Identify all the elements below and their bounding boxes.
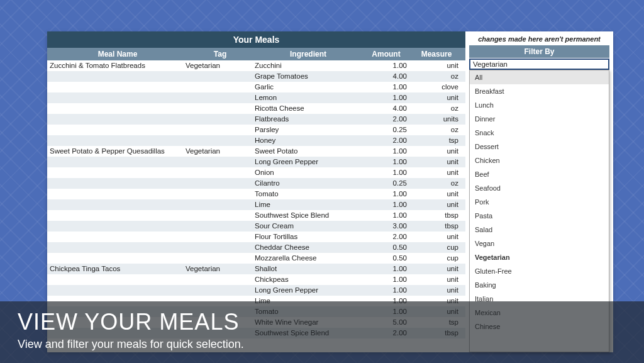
cell-measure[interactable]: unit bbox=[411, 232, 462, 242]
table-row[interactable]: Grape Tomatoes4.00oz bbox=[47, 71, 465, 82]
cell-amount[interactable]: 1.00 bbox=[362, 167, 411, 178]
filter-option[interactable]: Breakfast bbox=[470, 84, 609, 98]
cell-ingredient[interactable]: Mozzarella Cheese bbox=[255, 253, 362, 264]
filter-option[interactable]: Beef bbox=[470, 167, 609, 181]
cell-amount[interactable]: 1.00 bbox=[362, 264, 411, 274]
cell-tag[interactable] bbox=[186, 103, 255, 114]
cell-measure[interactable]: oz bbox=[411, 178, 462, 189]
cell-meal[interactable] bbox=[47, 114, 186, 125]
cell-ingredient[interactable]: Ricotta Cheese bbox=[255, 103, 362, 114]
cell-meal[interactable]: Chickpea Tinga Tacos bbox=[47, 264, 186, 274]
cell-tag[interactable] bbox=[186, 221, 255, 232]
cell-measure[interactable]: unit bbox=[411, 146, 462, 157]
table-row[interactable]: Chickpea Tinga TacosVegetarianShallot1.0… bbox=[47, 264, 465, 274]
cell-meal[interactable] bbox=[47, 189, 186, 199]
cell-meal[interactable] bbox=[47, 221, 186, 232]
cell-amount[interactable]: 2.00 bbox=[362, 135, 411, 146]
filter-option[interactable]: Vegan bbox=[470, 237, 609, 250]
cell-measure[interactable]: clove bbox=[411, 82, 462, 92]
cell-meal[interactable] bbox=[47, 242, 186, 253]
cell-tag[interactable]: Vegetarian bbox=[186, 264, 255, 274]
filter-option[interactable]: Dessert bbox=[470, 140, 609, 154]
cell-ingredient[interactable]: Honey bbox=[255, 135, 362, 146]
cell-amount[interactable]: 1.00 bbox=[362, 60, 411, 71]
cell-ingredient[interactable]: Grape Tomatoes bbox=[255, 71, 362, 82]
table-row[interactable]: Tomato1.00unit bbox=[47, 189, 465, 199]
filter-option[interactable]: Dinner bbox=[470, 112, 609, 126]
cell-ingredient[interactable]: Cheddar Cheese bbox=[255, 242, 362, 253]
cell-meal[interactable] bbox=[47, 232, 186, 242]
table-row[interactable]: Flatbreads2.00units bbox=[47, 114, 465, 125]
cell-amount[interactable]: 1.00 bbox=[362, 199, 411, 210]
table-row[interactable]: Long Green Pepper1.00unit bbox=[47, 285, 465, 296]
cell-meal[interactable] bbox=[47, 82, 186, 92]
cell-tag[interactable] bbox=[186, 125, 255, 135]
cell-amount[interactable]: 0.25 bbox=[362, 178, 411, 189]
cell-meal[interactable]: Sweet Potato & Pepper Quesadillas bbox=[47, 146, 186, 157]
table-row[interactable]: Honey2.00tsp bbox=[47, 135, 465, 146]
cell-meal[interactable] bbox=[47, 253, 186, 264]
cell-measure[interactable]: unit bbox=[411, 60, 462, 71]
cell-amount[interactable]: 3.00 bbox=[362, 221, 411, 232]
cell-tag[interactable]: Vegetarian bbox=[186, 60, 255, 71]
cell-meal[interactable] bbox=[47, 92, 186, 103]
cell-ingredient[interactable]: Long Green Pepper bbox=[255, 285, 362, 296]
cell-ingredient[interactable]: Zucchini bbox=[255, 60, 362, 71]
cell-amount[interactable]: 1.00 bbox=[362, 157, 411, 167]
table-row[interactable]: Southwest Spice Blend1.00tbsp bbox=[47, 210, 465, 221]
cell-amount[interactable]: 0.50 bbox=[362, 253, 411, 264]
cell-tag[interactable] bbox=[186, 199, 255, 210]
cell-tag[interactable]: Vegetarian bbox=[186, 146, 255, 157]
cell-tag[interactable] bbox=[186, 157, 255, 167]
cell-measure[interactable]: tbsp bbox=[411, 210, 462, 221]
filter-option[interactable]: All bbox=[470, 70, 609, 84]
cell-ingredient[interactable]: Tomato bbox=[255, 189, 362, 199]
cell-amount[interactable]: 4.00 bbox=[362, 103, 411, 114]
cell-measure[interactable]: cup bbox=[411, 253, 462, 264]
cell-tag[interactable] bbox=[186, 135, 255, 146]
cell-amount[interactable]: 0.50 bbox=[362, 242, 411, 253]
table-row[interactable]: Parsley0.25oz bbox=[47, 125, 465, 135]
table-row[interactable]: Cheddar Cheese0.50cup bbox=[47, 242, 465, 253]
cell-tag[interactable] bbox=[186, 210, 255, 221]
cell-ingredient[interactable]: Onion bbox=[255, 167, 362, 178]
cell-ingredient[interactable]: Sour Cream bbox=[255, 221, 362, 232]
cell-amount[interactable]: 1.00 bbox=[362, 92, 411, 103]
table-row[interactable]: Zucchini & Tomato FlatbreadsVegetarianZu… bbox=[47, 60, 465, 71]
cell-tag[interactable] bbox=[186, 189, 255, 199]
cell-meal[interactable] bbox=[47, 157, 186, 167]
cell-amount[interactable]: 1.00 bbox=[362, 82, 411, 92]
cell-amount[interactable]: 0.25 bbox=[362, 125, 411, 135]
table-row[interactable]: Lime1.00unit bbox=[47, 199, 465, 210]
filter-option[interactable]: Baking bbox=[470, 278, 609, 292]
cell-ingredient[interactable]: Parsley bbox=[255, 125, 362, 135]
cell-ingredient[interactable]: Sweet Potato bbox=[255, 146, 362, 157]
cell-ingredient[interactable]: Southwest Spice Blend bbox=[255, 210, 362, 221]
cell-tag[interactable] bbox=[186, 71, 255, 82]
cell-meal[interactable] bbox=[47, 274, 186, 285]
cell-ingredient[interactable]: Flatbreads bbox=[255, 114, 362, 125]
cell-amount[interactable]: 2.00 bbox=[362, 232, 411, 242]
filter-option[interactable]: Pork bbox=[470, 195, 609, 209]
table-row[interactable]: Ricotta Cheese4.00oz bbox=[47, 103, 465, 114]
cell-tag[interactable] bbox=[186, 167, 255, 178]
cell-tag[interactable] bbox=[186, 232, 255, 242]
cell-measure[interactable]: unit bbox=[411, 157, 462, 167]
cell-tag[interactable] bbox=[186, 285, 255, 296]
cell-measure[interactable]: unit bbox=[411, 167, 462, 178]
filter-option[interactable]: Pasta bbox=[470, 209, 609, 223]
cell-tag[interactable] bbox=[186, 253, 255, 264]
table-row[interactable]: Long Green Pepper1.00unit bbox=[47, 157, 465, 167]
cell-meal[interactable] bbox=[47, 210, 186, 221]
table-row[interactable]: Mozzarella Cheese0.50cup bbox=[47, 253, 465, 264]
cell-tag[interactable] bbox=[186, 242, 255, 253]
filter-option[interactable]: Gluten-Free bbox=[470, 264, 609, 278]
cell-tag[interactable] bbox=[186, 92, 255, 103]
cell-ingredient[interactable]: Chickpeas bbox=[255, 274, 362, 285]
cell-measure[interactable]: unit bbox=[411, 285, 462, 296]
cell-meal[interactable] bbox=[47, 178, 186, 189]
table-row[interactable]: Sweet Potato & Pepper QuesadillasVegetar… bbox=[47, 146, 465, 157]
table-row[interactable]: Onion1.00unit bbox=[47, 167, 465, 178]
cell-measure[interactable]: oz bbox=[411, 71, 462, 82]
cell-measure[interactable]: unit bbox=[411, 264, 462, 274]
